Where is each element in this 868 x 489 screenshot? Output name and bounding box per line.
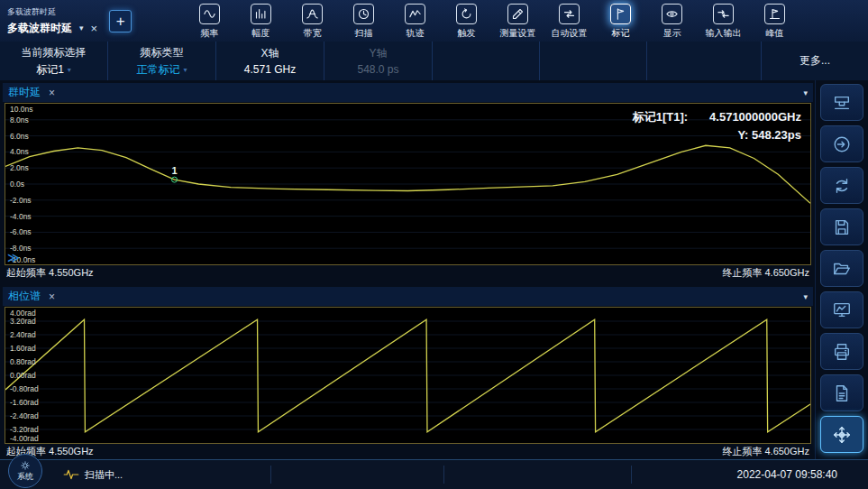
setting-empty-cell <box>540 42 647 80</box>
trace-T1 <box>5 145 810 203</box>
peak-icon <box>768 7 781 21</box>
marker-readout-value: 4.571000000GHz <box>709 110 801 124</box>
single-run-icon <box>832 134 852 154</box>
more-button[interactable]: 更多... <box>762 42 868 80</box>
print-button[interactable] <box>820 333 863 370</box>
marker-readout-label: 标记1[T1]: <box>633 110 688 124</box>
panel-collapse-icon[interactable]: ▾ <box>803 292 808 301</box>
continuous-sweep-icon <box>832 176 852 196</box>
toolbar-button-label: 测量设置 <box>500 27 536 40</box>
charts-column: 群时延 × ▾ 1 10.0ns8.0ns6.0ns4.0ns2.0ns0.0s… <box>0 80 815 459</box>
setting-label: 频标类型 <box>141 45 184 60</box>
setting-empty-cell <box>433 42 540 80</box>
active-tab[interactable]: 多载波群时延 ▾ × <box>7 21 97 36</box>
toolbar-button-peak[interactable]: 峰值 <box>749 0 800 42</box>
toolbar-button-label: 幅度 <box>252 27 270 40</box>
tab-dropdown-icon[interactable]: ▾ <box>79 23 84 32</box>
sweep-icon <box>357 7 370 21</box>
trigger-icon <box>456 4 477 24</box>
measure-setup-icon <box>507 4 528 24</box>
sweep-wave-icon <box>62 468 80 481</box>
io-icon <box>713 4 734 24</box>
open-file-button[interactable] <box>820 250 863 287</box>
calibrate-button[interactable] <box>820 84 863 121</box>
panel-footer: 起始频率 4.550GHz 终止频率 4.650GHz <box>3 444 813 459</box>
tab-title[interactable]: 多载波群时延 <box>7 21 72 36</box>
setting-marker-select[interactable]: 当前频标选择标记1▾ <box>0 42 108 80</box>
toolbar-button-label: 显示 <box>663 27 681 40</box>
toolbar-button-frequency[interactable]: 频率 <box>184 0 235 42</box>
toolbar-button-trigger[interactable]: 触发 <box>441 0 492 42</box>
app-window: 多载波群时延 多载波群时延 ▾ × + 频率幅度带宽扫描轨迹触发测量设置自动设置… <box>0 0 868 489</box>
print-icon <box>832 342 852 362</box>
group-delay-chart[interactable]: 1 10.0ns8.0ns6.0ns4.0ns2.0ns0.0s-2.0ns-4… <box>5 103 811 265</box>
toolbar-button-label: 标记 <box>612 27 630 40</box>
statusbar-separator <box>270 466 271 484</box>
settings-bar: 当前频标选择标记1▾频标类型正常标记▾X轴4.571 GHzY轴548.0 ps… <box>0 42 868 80</box>
bandwidth-icon <box>306 7 319 21</box>
display-icon <box>665 7 679 21</box>
toolbar-button-label: 带宽 <box>304 27 322 40</box>
toolbar-button-label: 触发 <box>458 27 476 40</box>
top-toolbar: 多载波群时延 多载波群时延 ▾ × + 频率幅度带宽扫描轨迹触发测量设置自动设置… <box>0 0 868 42</box>
toolbar-button-amplitude[interactable]: 幅度 <box>235 0 287 42</box>
toolbar-button-label: 频率 <box>201 27 219 40</box>
display-icon <box>662 4 682 24</box>
single-run-button[interactable] <box>820 125 863 162</box>
amplitude-icon <box>251 4 271 24</box>
panel-phase-spectrum: 相位谱 × ▾ 4.00rad3.20rad2.40rad1.60rad0.80… <box>3 287 813 459</box>
toolbar-button-measure-setup[interactable]: 测量设置 <box>492 0 544 42</box>
continuous-sweep-button[interactable] <box>820 167 863 204</box>
toolbar-button-label: 自动设置 <box>552 27 588 40</box>
right-sidebar <box>815 80 868 459</box>
settings-spacer <box>647 42 762 80</box>
expand-panel-icon[interactable]: ≫ <box>7 251 20 264</box>
toolbar-button-label: 轨迹 <box>407 27 425 40</box>
macro-file-button[interactable] <box>820 374 863 411</box>
peak-search-button[interactable] <box>820 416 863 453</box>
trigger-icon <box>460 7 473 21</box>
setting-label: 当前频标选择 <box>22 45 87 60</box>
panel-close-icon[interactable]: × <box>49 291 55 302</box>
peak-search-icon <box>832 425 852 445</box>
sweep-icon <box>353 4 374 24</box>
setting-x-axis[interactable]: X轴4.571 GHz <box>216 42 324 80</box>
toolbar-button-display[interactable]: 显示 <box>646 0 698 42</box>
panel-collapse-icon[interactable]: ▾ <box>803 88 808 97</box>
start-frequency-label: 起始频率 4.550GHz <box>6 266 94 280</box>
add-tab-button[interactable]: + <box>109 10 132 32</box>
save-icon <box>832 217 852 237</box>
toolbar-button-sweep[interactable]: 扫描 <box>338 0 389 42</box>
measure-setup-icon <box>511 7 525 21</box>
system-button[interactable]: 系统 <box>8 454 42 488</box>
screen-capture-icon <box>832 300 852 320</box>
setting-value: 4.571 GHz <box>244 63 296 76</box>
panel-close-icon[interactable]: × <box>49 88 55 98</box>
trace-icon <box>408 7 422 21</box>
stop-frequency-label: 终止频率 4.650GHz <box>722 266 809 280</box>
stop-frequency-label: 终止频率 4.650GHz <box>722 445 809 458</box>
setting-marker-type[interactable]: 频标类型正常标记▾ <box>108 42 216 80</box>
save-button[interactable] <box>820 208 863 245</box>
toolbar-button-marker[interactable]: 标记 <box>595 0 646 42</box>
toolbar-button-io[interactable]: 输入输出 <box>698 0 749 42</box>
setting-y-axis: Y轴548.0 ps <box>324 42 433 80</box>
sweep-status: 扫描中... <box>85 468 123 482</box>
statusbar-separator <box>631 466 632 484</box>
tab-area: 多载波群时延 多载波群时延 ▾ × + <box>0 0 184 42</box>
statusbar-separator <box>443 466 444 484</box>
panel-group-delay: 群时延 × ▾ 1 10.0ns8.0ns6.0ns4.0ns2.0ns0.0s… <box>3 83 813 281</box>
toolbar-button-label: 输入输出 <box>706 27 742 40</box>
screen-capture-button[interactable] <box>820 291 863 328</box>
frequency-icon <box>203 7 216 21</box>
phase-spectrum-chart[interactable]: 4.00rad3.20rad2.40rad1.60rad0.80rad0.00r… <box>5 307 811 444</box>
tab-close-icon[interactable]: × <box>91 23 98 34</box>
setting-value: 标记1▾ <box>36 62 71 78</box>
svg-text:1: 1 <box>171 165 177 176</box>
toolbar-button-auto-setup[interactable]: 自动设置 <box>544 0 595 42</box>
panel-header: 相位谱 × ▾ <box>3 287 813 306</box>
toolbar-button-bandwidth[interactable]: 带宽 <box>287 0 338 42</box>
auto-setup-icon <box>559 4 580 24</box>
gear-icon <box>20 460 31 471</box>
toolbar-button-trace[interactable]: 轨迹 <box>389 0 441 42</box>
